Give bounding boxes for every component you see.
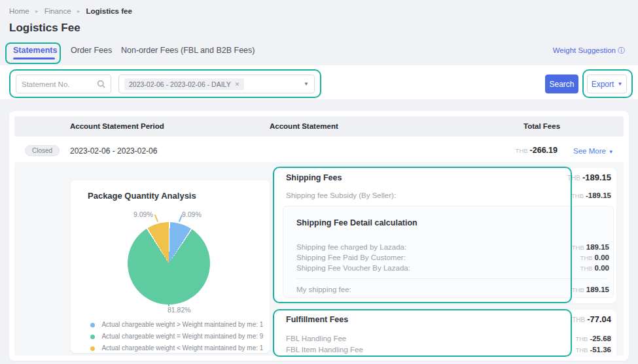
shipping-detail-title: Shipping Fee Detail calculation (296, 218, 417, 227)
chevron-down-icon: ▼ (609, 149, 614, 155)
search-icon (97, 80, 105, 88)
date-range-tag: 2023-02-06 - 2023-02-06 - DAILY ✕ (124, 78, 244, 90)
shipping-detail-card: Shipping Fee Detail calculation Shipping… (283, 206, 614, 298)
date-range-select[interactable]: 2023-02-06 - 2023-02-06 - DAILY ✕ ▼ (118, 74, 315, 93)
currency-label: THB (571, 192, 584, 199)
legend-label: Actual chargeable weight = Weight mainta… (101, 333, 263, 340)
currency-label: THB (572, 316, 585, 323)
column-header-statement: Account Statement (270, 122, 338, 130)
tab-statements[interactable]: Statements (13, 46, 57, 55)
detail-amount: 0.00 (595, 254, 609, 261)
tab-order-fees[interactable]: Order Fees (71, 46, 112, 55)
chart-title: Package Quantity Analysis (88, 191, 196, 201)
shipping-fees-title: Shipping Fees (286, 173, 342, 182)
pie-leader-line (154, 214, 158, 222)
currency-label: THB (572, 244, 584, 251)
logistics-fee-page: Home ▸ Finance ▸ Logistics fee Logistics… (0, 0, 638, 364)
legend-label: Actual chargeable weight > Weight mainta… (101, 321, 263, 328)
detail-row-label: Shipping fee charged by Lazada: (296, 243, 406, 251)
currency-label: THB (516, 147, 528, 154)
fbl-handling-fee-label: FBL Handling Fee (286, 335, 346, 342)
see-more-button[interactable]: See More▼ (573, 147, 614, 155)
detail-row-value: THB 0.00 (531, 264, 609, 272)
statement-no-input[interactable]: Statement No. (16, 74, 111, 93)
fulfillment-fees-title: Fulfillment Fees (286, 315, 348, 324)
fbl-handling-amount: -25.68 (590, 335, 611, 342)
breadcrumb: Home ▸ Finance ▸ Logistics fee (9, 7, 132, 15)
statement-detail-area: Package Quantity Analysis 9.09% 9.09% 81… (14, 162, 624, 356)
weight-suggestion-label: Weight Suggestion (553, 46, 616, 54)
legend-item: Actual chargeable weight < Weight mainta… (90, 342, 263, 354)
remove-tag-icon[interactable]: ✕ (235, 81, 240, 88)
page-title: Logistics Fee (9, 22, 80, 35)
fulfillment-fees-total: THB -77.04 (533, 314, 611, 324)
see-more-label: See More (573, 147, 606, 155)
pie-label-gt: 9.09% (182, 210, 202, 218)
legend-dot (90, 323, 95, 327)
statements-table-card: Account Statement Period Account Stateme… (9, 111, 629, 361)
statement-no-placeholder: Statement No. (22, 80, 97, 88)
filter-bar: Statement No. 2023-02-06 - 2023-02-06 - … (0, 65, 638, 99)
export-button[interactable]: Export ▼ (587, 74, 627, 93)
pie-leader-line (179, 214, 183, 222)
legend-item: Actual chargeable weight > Weight mainta… (90, 318, 263, 330)
fbl-item-handling-fee-label: FBL Item Handling Fee (286, 346, 363, 354)
legend-dot (90, 346, 95, 351)
legend-label: Actual chargeable weight < Weight mainta… (101, 344, 263, 352)
search-button[interactable]: Search (545, 74, 578, 93)
my-shipping-fee-amount: 189.15 (586, 286, 609, 293)
detail-row-value: THB 189.15 (531, 243, 609, 251)
subsidy-value: THB -189.15 (533, 191, 611, 199)
total-fees-value: THB -266.19 (454, 146, 558, 155)
shipping-fees-panel: Shipping Fees THB -189.15 Shipping fee S… (275, 168, 616, 303)
legend-dot (90, 335, 95, 339)
chevron-right-icon: ▸ (35, 8, 39, 14)
chevron-right-icon: ▸ (77, 8, 80, 14)
status-badge: Closed (25, 145, 60, 156)
currency-label: THB (580, 265, 593, 272)
table-header-row: Account Statement Period Account Stateme… (14, 116, 624, 137)
currency-label: THB (567, 174, 580, 182)
shipping-total-amount: -189.15 (582, 173, 611, 182)
export-button-label: Export (592, 80, 614, 89)
pie-label-lt: 9.09% (133, 210, 153, 218)
fbl-item-handling-fee-value: THB -51.36 (533, 346, 611, 354)
fulfillment-fees-panel: Fulfillment Fees THB -77.04 FBL Handling… (275, 310, 616, 356)
currency-label: THB (580, 254, 593, 261)
detail-amount: 0.00 (595, 264, 609, 272)
breadcrumb-item-current: Logistics fee (86, 7, 132, 15)
package-quantity-card: Package Quantity Analysis 9.09% 9.09% 81… (71, 180, 270, 353)
fbl-handling-fee-value: THB -25.68 (533, 335, 611, 342)
currency-label: THB (575, 346, 588, 354)
pie-chart (128, 222, 210, 305)
detail-row-value: THB 0.00 (531, 254, 609, 261)
fbl-item-handling-amount: -51.36 (590, 346, 611, 354)
currency-label: THB (572, 286, 584, 293)
pie-label-eq: 81.82% (168, 306, 191, 314)
breadcrumb-item-home[interactable]: Home (9, 7, 29, 15)
legend-item: Actual chargeable weight = Weight mainta… (90, 330, 263, 342)
info-icon: ⓘ (618, 46, 625, 54)
subsidy-label: Shipping fee Subsidy (By Seller): (286, 191, 396, 199)
active-tab-underline (13, 58, 55, 59)
chevron-down-icon: ▼ (617, 81, 622, 87)
detail-row-label: Shipping Fee Paid By Customer: (296, 254, 406, 261)
fulfillment-total-amount: -77.04 (587, 314, 611, 324)
detail-row-label: Shipping Fee Voucher By Lazada: (296, 264, 410, 272)
weight-suggestion-link[interactable]: Weight Suggestionⓘ (553, 46, 625, 56)
column-header-total-fees: Total Fees (523, 122, 560, 130)
breadcrumb-item-finance[interactable]: Finance (44, 7, 71, 15)
column-header-period: Account Statement Period (70, 122, 164, 130)
statement-period: 2023-02-06 - 2023-02-06 (70, 146, 157, 156)
tab-non-order-fees[interactable]: Non-order Fees (FBL and B2B Fees) (121, 46, 255, 55)
divider (296, 278, 607, 279)
shipping-fees-total: THB -189.15 (533, 173, 611, 182)
currency-label: THB (575, 335, 588, 342)
my-shipping-fee-value: THB 189.15 (531, 286, 609, 293)
chevron-down-icon: ▼ (304, 81, 309, 87)
total-amount: -266.19 (530, 146, 558, 155)
detail-amount: 189.15 (586, 243, 609, 251)
subsidy-amount: -189.15 (586, 191, 611, 199)
date-range-tag-label: 2023-02-06 - 2023-02-06 - DAILY (129, 80, 231, 88)
my-shipping-fee-label: My shipping fee: (296, 286, 351, 293)
